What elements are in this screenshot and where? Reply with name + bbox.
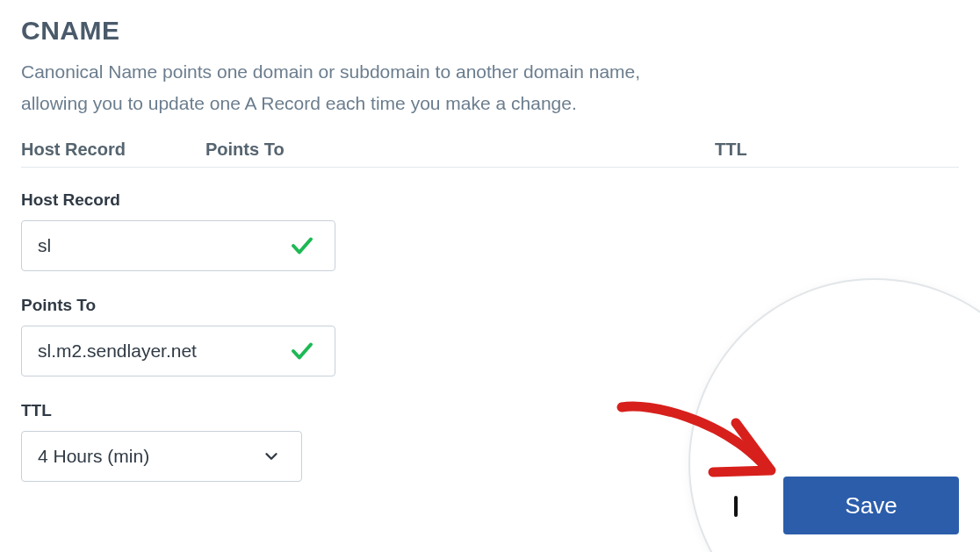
save-button[interactable]: Save bbox=[783, 477, 959, 534]
host-record-label: Host Record bbox=[21, 190, 959, 210]
column-host-record: Host Record bbox=[21, 140, 126, 159]
field-host-record: Host Record bbox=[21, 190, 959, 271]
host-record-input[interactable] bbox=[38, 235, 319, 256]
decorative-peek bbox=[734, 496, 738, 517]
section-title: CNAME bbox=[21, 16, 959, 46]
ttl-select[interactable]: 4 Hours (min) bbox=[21, 431, 302, 482]
checkmark-icon bbox=[289, 233, 315, 259]
column-ttl: TTL bbox=[715, 140, 747, 159]
column-points-to: Points To bbox=[205, 140, 285, 159]
host-record-input-wrap[interactable] bbox=[21, 220, 335, 271]
points-to-input[interactable] bbox=[38, 341, 319, 362]
ttl-selected-value: 4 Hours (min) bbox=[38, 446, 149, 467]
chevron-down-icon bbox=[261, 446, 282, 467]
points-to-input-wrap[interactable] bbox=[21, 326, 335, 376]
section-description: Canonical Name points one domain or subd… bbox=[21, 56, 688, 118]
checkmark-icon bbox=[289, 338, 315, 364]
column-headers: Host Record Points To TTL bbox=[21, 140, 959, 168]
